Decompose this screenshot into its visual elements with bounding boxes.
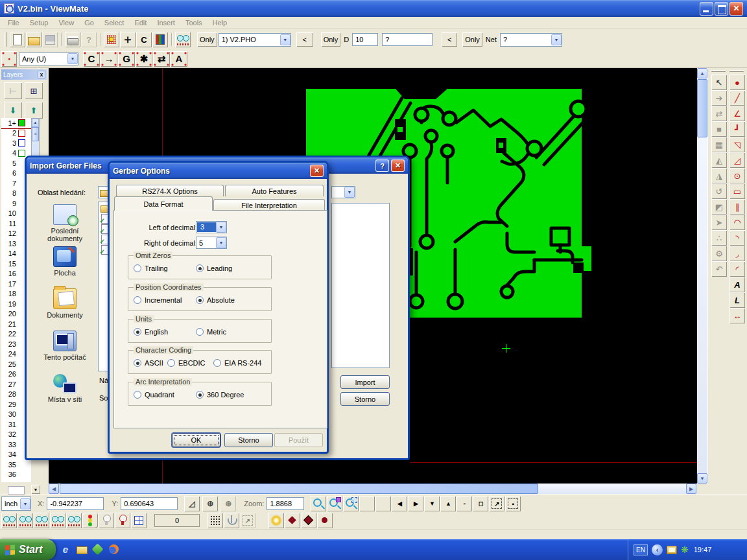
undo-tool[interactable]: ↶ bbox=[711, 261, 727, 277]
draw-arc-tool[interactable]: ◠ bbox=[729, 215, 745, 230]
layer-row[interactable]: 3 bbox=[1, 138, 31, 148]
select-region-icon[interactable]: ▪ bbox=[505, 496, 521, 511]
vertical-scrollbar[interactable]: ▲ ▼ bbox=[697, 68, 707, 484]
draw-parallel-tool[interactable]: ∥ bbox=[729, 199, 745, 215]
menu-item[interactable]: File bbox=[3, 18, 25, 28]
draw-sketch-tool[interactable]: ◜ bbox=[729, 261, 745, 277]
import-button[interactable]: Import bbox=[340, 375, 390, 389]
chevron-down-icon[interactable] bbox=[280, 34, 290, 45]
tile-windows-icon[interactable] bbox=[131, 513, 147, 528]
place-my-computer[interactable]: Tento počítač bbox=[33, 331, 97, 361]
tab-rs274x-options[interactable]: RS274-X Options bbox=[116, 185, 224, 196]
chevron-down-icon[interactable] bbox=[216, 237, 226, 248]
measure-icon[interactable]: ↗ bbox=[489, 496, 504, 511]
language-indicator[interactable]: EN bbox=[634, 544, 648, 555]
open-file-button[interactable] bbox=[26, 32, 42, 47]
right-of-decimal-combo[interactable]: 5 bbox=[196, 237, 227, 249]
toolbar-grip[interactable] bbox=[5, 32, 6, 47]
pad-diamond-icon[interactable] bbox=[285, 513, 300, 528]
menu-item[interactable]: Insert bbox=[152, 18, 180, 28]
zoom-window-icon[interactable] bbox=[327, 496, 342, 511]
menu-item[interactable]: Edit bbox=[129, 18, 152, 28]
horizontal-scrollbar[interactable]: ◀ ▶ bbox=[49, 484, 697, 494]
close-icon[interactable]: ✕ bbox=[391, 159, 405, 172]
move-to-layer-tool[interactable]: ➤ bbox=[711, 215, 727, 230]
scale-tool[interactable]: ◩ bbox=[711, 199, 727, 215]
layer-row[interactable]: 35 bbox=[1, 460, 31, 470]
menu-item[interactable]: Tools bbox=[180, 18, 208, 28]
draw-pad-tool[interactable]: ● bbox=[729, 75, 745, 90]
minimize-button[interactable] bbox=[700, 2, 713, 16]
layer-row[interactable]: 1+ bbox=[1, 118, 31, 128]
layers-panel-header[interactable]: Layers x bbox=[1, 69, 47, 80]
draw-line-tool[interactable]: ╱ bbox=[729, 90, 745, 106]
zoom-value-field[interactable]: 1.8868 bbox=[267, 497, 304, 510]
lamp-off-icon[interactable] bbox=[99, 513, 114, 528]
view-pads-icon[interactable] bbox=[1, 513, 17, 528]
chevron-down-icon[interactable] bbox=[344, 187, 355, 198]
pan-down-icon[interactable]: ▼ bbox=[424, 496, 440, 511]
print-button[interactable] bbox=[65, 32, 80, 47]
board-extents-icon[interactable]: ▫ bbox=[456, 496, 472, 511]
close-button[interactable]: ✕ bbox=[729, 2, 743, 16]
unit-combo[interactable]: inch bbox=[1, 496, 31, 511]
tray-collapse-icon[interactable]: ‹ bbox=[652, 544, 663, 555]
select-text-mode-button[interactable]: A bbox=[171, 51, 187, 67]
tab-data-format[interactable]: Data Format bbox=[114, 196, 213, 211]
scroll-thumb[interactable] bbox=[697, 79, 707, 137]
radio-incremental[interactable] bbox=[134, 296, 141, 304]
highlight-mode-icon[interactable] bbox=[82, 513, 98, 528]
anchor-icon[interactable] bbox=[224, 513, 239, 528]
radio-trailing[interactable] bbox=[134, 264, 141, 272]
firefox-icon[interactable] bbox=[108, 544, 120, 555]
save-file-button[interactable] bbox=[42, 32, 58, 47]
layer-color-chip[interactable] bbox=[18, 139, 25, 146]
view-polygons-icon[interactable] bbox=[34, 513, 49, 528]
layer-scroll-down-button[interactable]: ▼ bbox=[31, 485, 40, 494]
measure-angle-button[interactable]: ◿ bbox=[184, 496, 200, 511]
step-repeat-tool[interactable]: ∴ bbox=[711, 230, 727, 246]
layer-color-chip[interactable] bbox=[18, 130, 25, 137]
mirror-y-tool[interactable]: ◮ bbox=[711, 168, 727, 183]
view-flashes-icon[interactable] bbox=[50, 513, 65, 528]
radio-360-degree[interactable] bbox=[196, 391, 204, 399]
select-filter-combo[interactable]: Any (U) bbox=[19, 52, 78, 65]
left-of-decimal-combo[interactable]: 3 bbox=[196, 221, 227, 233]
radio-quadrant[interactable] bbox=[134, 391, 141, 399]
menu-item[interactable]: Help bbox=[208, 18, 233, 28]
draw-rect-pad-tool[interactable]: ▭ bbox=[729, 183, 745, 199]
layer-row[interactable]: 36 bbox=[1, 470, 31, 480]
copy-tool[interactable]: ➔ bbox=[711, 90, 727, 106]
draw-text-tool[interactable]: A bbox=[729, 277, 745, 292]
settings-tool[interactable]: ⚙ bbox=[711, 246, 727, 261]
draw-width-tool[interactable]: ↔ bbox=[729, 308, 745, 323]
ie-icon[interactable]: e bbox=[60, 544, 71, 555]
dcode-value-field[interactable]: 10 bbox=[352, 33, 378, 46]
start-button[interactable]: Start bbox=[0, 539, 56, 560]
only-dcode-button[interactable]: Only bbox=[321, 32, 341, 47]
move-step-icon[interactable]: ↗ bbox=[240, 513, 255, 528]
scroll-thumb[interactable]: ≡ bbox=[32, 127, 39, 141]
c-aperture-button[interactable]: C bbox=[136, 32, 152, 47]
net-combo[interactable]: ? bbox=[500, 33, 562, 47]
radio-absolute[interactable] bbox=[196, 296, 204, 304]
relative-origin-button[interactable]: ⊛ bbox=[220, 496, 236, 511]
fill-poly-tool[interactable]: ▦ bbox=[711, 137, 727, 152]
zoom-in-icon[interactable] bbox=[311, 496, 326, 511]
ok-button[interactable]: OK bbox=[172, 433, 220, 447]
place-network[interactable]: Místa v síti bbox=[33, 373, 97, 403]
help-icon[interactable]: ? bbox=[375, 159, 389, 172]
zoom-selection-icon[interactable] bbox=[343, 496, 359, 511]
layer-down-button[interactable]: ⬇ bbox=[4, 102, 22, 119]
pad-round-icon[interactable] bbox=[317, 513, 333, 528]
layer-colors-button[interactable] bbox=[152, 32, 168, 47]
radio-metric[interactable] bbox=[196, 328, 204, 336]
menu-item[interactable]: Setup bbox=[25, 18, 54, 28]
toolbar-grip[interactable] bbox=[711, 70, 726, 72]
select-pointer-tool[interactable]: ↖ bbox=[711, 75, 727, 90]
place-documents[interactable]: Dokumenty bbox=[33, 288, 97, 319]
x-coordinate-field[interactable]: -0.942237 bbox=[47, 497, 104, 510]
select-trace-mode-button[interactable]: ⇄ bbox=[153, 51, 170, 67]
layer-color-chip[interactable] bbox=[18, 150, 25, 157]
layer-combo[interactable]: 1) V2.PHO bbox=[219, 33, 291, 47]
